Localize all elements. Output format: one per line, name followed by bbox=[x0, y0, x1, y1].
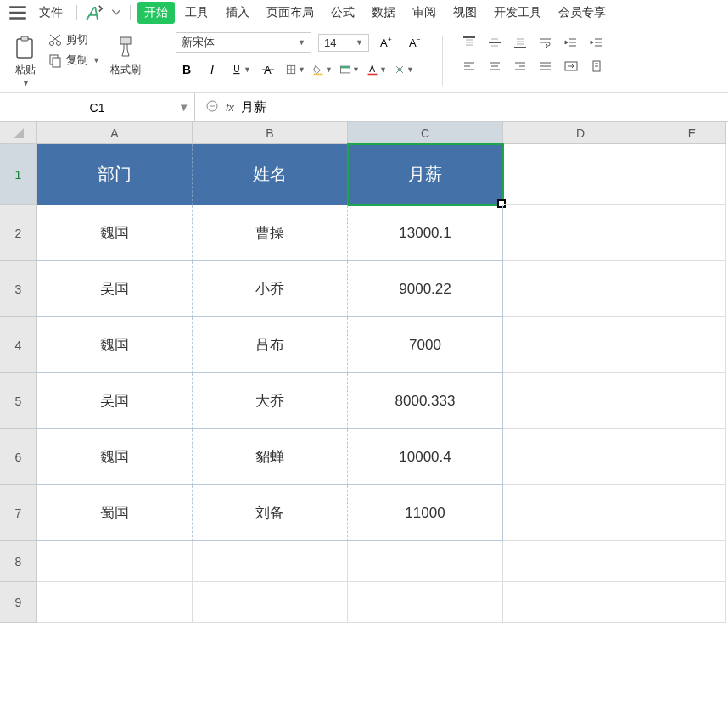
cell-d2[interactable] bbox=[503, 205, 658, 261]
align-bottom-icon[interactable] bbox=[509, 32, 531, 53]
tab-formula[interactable]: 公式 bbox=[324, 2, 361, 24]
cell-c2[interactable]: 13000.1 bbox=[348, 205, 503, 261]
cell-d7[interactable] bbox=[503, 485, 658, 541]
bold-icon[interactable]: B bbox=[176, 59, 198, 80]
tab-member[interactable]: 会员专享 bbox=[552, 2, 613, 24]
align-top-icon[interactable] bbox=[458, 32, 480, 53]
cell-a9[interactable] bbox=[37, 582, 193, 623]
cell-d6[interactable] bbox=[503, 429, 658, 485]
row-header-4[interactable]: 4 bbox=[0, 317, 37, 373]
wrap-text-icon[interactable] bbox=[535, 32, 557, 53]
hamburger-icon[interactable] bbox=[7, 3, 29, 22]
cell-a3[interactable]: 吴国 bbox=[37, 261, 193, 317]
tab-start[interactable]: 开始 bbox=[137, 2, 175, 24]
cell-a4[interactable]: 魏国 bbox=[37, 317, 193, 373]
fill-color-icon[interactable]: ▼ bbox=[311, 59, 333, 80]
font-size-select[interactable]: 14 ▼ bbox=[318, 34, 369, 52]
cell-c4[interactable]: 7000 bbox=[348, 317, 503, 373]
cell-c1[interactable]: 月薪 bbox=[348, 144, 503, 205]
cell-style-icon[interactable]: ▼ bbox=[339, 59, 361, 80]
fx-icon[interactable]: fx bbox=[226, 101, 234, 114]
cell-c8[interactable] bbox=[348, 541, 503, 582]
tab-review[interactable]: 审阅 bbox=[406, 2, 443, 24]
cell-d3[interactable] bbox=[503, 261, 658, 317]
row-header-5[interactable]: 5 bbox=[0, 373, 37, 429]
cell-e5[interactable] bbox=[658, 373, 726, 429]
font-color-icon[interactable]: A▼ bbox=[366, 59, 388, 80]
cut-button[interactable]: 剪切 bbox=[48, 32, 100, 48]
col-header-c[interactable]: C bbox=[348, 122, 503, 144]
cell-d1[interactable] bbox=[503, 144, 658, 205]
increase-indent-icon[interactable] bbox=[585, 32, 608, 53]
cell-c5[interactable]: 8000.333 bbox=[348, 373, 503, 429]
menu-file[interactable]: 文件 bbox=[32, 2, 70, 24]
font-name-select[interactable]: 新宋体 ▼ bbox=[176, 32, 311, 53]
cell-e6[interactable] bbox=[658, 429, 726, 485]
tab-data[interactable]: 数据 bbox=[365, 2, 402, 24]
border-icon[interactable]: ▼ bbox=[284, 59, 306, 80]
tab-insert[interactable]: 插入 bbox=[219, 2, 256, 24]
row-header-8[interactable]: 8 bbox=[0, 541, 37, 582]
row-header-6[interactable]: 6 bbox=[0, 429, 37, 485]
cell-c9[interactable] bbox=[348, 582, 503, 623]
align-right-icon[interactable] bbox=[509, 56, 531, 76]
decrease-font-icon[interactable]: A− bbox=[405, 32, 427, 53]
format-painter-button[interactable]: 格式刷 bbox=[107, 32, 144, 79]
cell-d9[interactable] bbox=[503, 582, 658, 623]
cell-d5[interactable] bbox=[503, 373, 658, 429]
cell-e8[interactable] bbox=[658, 541, 726, 582]
justify-icon[interactable] bbox=[535, 56, 557, 76]
col-header-b[interactable]: B bbox=[193, 122, 348, 144]
col-header-e[interactable]: E bbox=[658, 122, 726, 144]
cell-e9[interactable] bbox=[658, 582, 726, 623]
tab-dev-tools[interactable]: 开发工具 bbox=[487, 2, 548, 24]
cell-reference-input[interactable] bbox=[47, 101, 148, 115]
cell-a6[interactable]: 魏国 bbox=[37, 429, 193, 485]
cell-b4[interactable]: 吕布 bbox=[193, 317, 348, 373]
cell-c6[interactable]: 10000.4 bbox=[348, 429, 503, 485]
align-middle-icon[interactable] bbox=[484, 32, 506, 53]
row-header-1[interactable]: 1 bbox=[0, 144, 37, 205]
row-header-9[interactable]: 9 bbox=[0, 582, 37, 623]
cell-b1[interactable]: 姓名 bbox=[193, 144, 348, 205]
cell-a1[interactable]: 部门 bbox=[37, 144, 193, 205]
cell-b9[interactable] bbox=[193, 582, 348, 623]
row-header-3[interactable]: 3 bbox=[0, 261, 37, 317]
strikethrough-icon[interactable]: A bbox=[257, 59, 279, 80]
cell-b6[interactable]: 貂蝉 bbox=[193, 429, 348, 485]
name-box[interactable]: ▼ bbox=[0, 93, 195, 121]
decrease-indent-icon[interactable] bbox=[560, 32, 582, 53]
chevron-down-icon[interactable]: ▼ bbox=[178, 101, 189, 114]
select-all-corner[interactable] bbox=[0, 122, 37, 144]
cell-c3[interactable]: 9000.22 bbox=[348, 261, 503, 317]
col-header-a[interactable]: A bbox=[37, 122, 193, 144]
cell-e3[interactable] bbox=[658, 261, 726, 317]
tab-page-layout[interactable]: 页面布局 bbox=[260, 2, 321, 24]
dropdown-icon[interactable] bbox=[109, 3, 123, 22]
cell-c7[interactable]: 11000 bbox=[348, 485, 503, 541]
col-header-d[interactable]: D bbox=[503, 122, 658, 144]
cell-a5[interactable]: 吴国 bbox=[37, 373, 193, 429]
cell-e1[interactable] bbox=[658, 144, 726, 205]
tab-tools[interactable]: 工具 bbox=[178, 2, 216, 24]
orientation-icon[interactable] bbox=[585, 56, 608, 76]
cell-b7[interactable]: 刘备 bbox=[193, 485, 348, 541]
cell-d8[interactable] bbox=[503, 541, 658, 582]
copy-button[interactable]: 复制▼ bbox=[48, 53, 100, 68]
cell-e4[interactable] bbox=[658, 317, 726, 373]
text-format-icon[interactable]: A bbox=[84, 3, 106, 22]
cell-b2[interactable]: 曹操 bbox=[193, 205, 348, 261]
cell-d4[interactable] bbox=[503, 317, 658, 373]
highlight-icon[interactable]: ▼ bbox=[393, 59, 415, 80]
row-header-2[interactable]: 2 bbox=[0, 205, 37, 261]
align-left-icon[interactable] bbox=[458, 56, 480, 76]
cell-e2[interactable] bbox=[658, 205, 726, 261]
underline-icon[interactable]: U▼ bbox=[230, 59, 252, 80]
formula-input[interactable] bbox=[241, 100, 718, 115]
cell-e7[interactable] bbox=[658, 485, 726, 541]
cell-b3[interactable]: 小乔 bbox=[193, 261, 348, 317]
tab-view[interactable]: 视图 bbox=[446, 2, 484, 24]
increase-font-icon[interactable]: A+ bbox=[376, 32, 398, 53]
cell-a7[interactable]: 蜀国 bbox=[37, 485, 193, 541]
row-header-7[interactable]: 7 bbox=[0, 485, 37, 541]
